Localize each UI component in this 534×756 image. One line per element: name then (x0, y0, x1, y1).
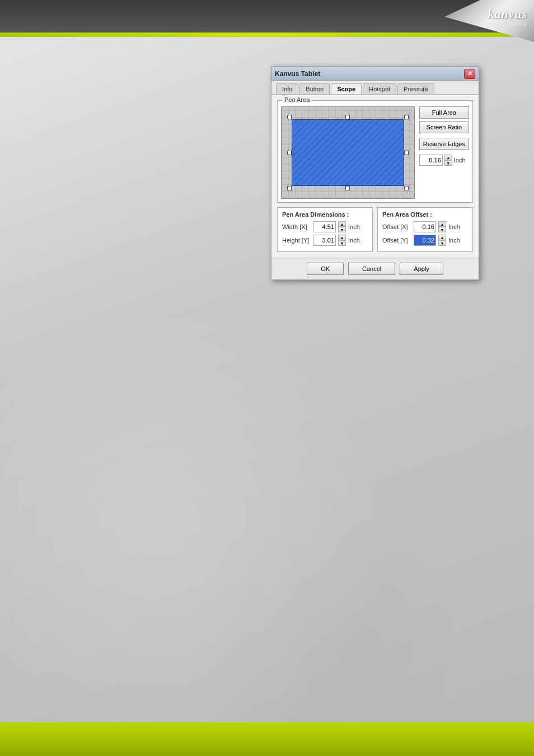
tablet-canvas (281, 106, 415, 199)
handle-bottom-left[interactable] (287, 186, 292, 190)
tab-hotspot[interactable]: Hotspot (363, 83, 396, 94)
offset-x-spinner-down[interactable]: ▼ (438, 227, 446, 232)
reserve-spinner-down[interactable]: ▼ (444, 160, 452, 166)
tablet-active-area[interactable] (292, 119, 404, 186)
offset-x-spinner-up[interactable]: ▲ (438, 221, 446, 227)
tabs-row: Info Button Scope Hotspot Pressure (271, 81, 479, 95)
tab-info[interactable]: Info (276, 83, 298, 94)
offset-y-spinner-up[interactable]: ▲ (438, 235, 446, 240)
pen-area-dimensions-group: Pen Area Dimensions : Width [X] ▲ ▼ Inch… (277, 207, 373, 252)
full-area-button[interactable]: Full Area (419, 106, 469, 119)
offset-y-spinner-down[interactable]: ▼ (438, 240, 446, 246)
ok-button[interactable]: OK (307, 263, 344, 275)
handle-bottom-right[interactable] (404, 186, 409, 190)
handle-top-center[interactable] (345, 115, 350, 119)
width-row: Width [X] ▲ ▼ Inch (282, 221, 368, 232)
dimensions-title: Pen Area Dimensions : (282, 211, 368, 218)
bottom-bar (0, 722, 534, 756)
offset-x-unit: Inch (448, 223, 460, 230)
pen-area-label: Pen Area (282, 96, 312, 103)
tab-scope[interactable]: Scope (331, 83, 362, 94)
offset-title: Pen Area Offset : (382, 211, 468, 218)
side-buttons: Full Area Screen Ratio Reserve Edges ▲ ▼… (419, 106, 469, 199)
screen-ratio-button[interactable]: Screen Ratio (419, 121, 469, 133)
height-input[interactable] (313, 235, 336, 246)
reserve-value-input[interactable] (419, 155, 443, 166)
offset-y-unit: Inch (448, 237, 460, 244)
handle-middle-right[interactable] (404, 151, 409, 155)
width-spinner-up[interactable]: ▲ (338, 221, 346, 227)
offset-x-input[interactable] (414, 221, 436, 232)
logo-text: kanvus (488, 7, 527, 21)
dialog-title: Kanvus Tablet (275, 70, 320, 78)
pen-area-group: Pen Area Full A (277, 100, 473, 203)
offset-x-label: Offset [X] (382, 223, 411, 230)
height-spinner: ▲ ▼ (338, 235, 346, 246)
cancel-button[interactable]: Cancel (348, 263, 395, 275)
width-label: Width [X] (282, 223, 311, 230)
kanvus-tablet-dialog: Kanvus Tablet ✕ Info Button Scope Hotspo… (271, 66, 479, 280)
width-unit: Inch (348, 223, 360, 230)
logo-subtitle: ambient life (488, 21, 527, 27)
height-unit: Inch (348, 237, 360, 244)
close-button[interactable]: ✕ (464, 69, 475, 79)
pen-area-offset-group: Pen Area Offset : Offset [X] ▲ ▼ Inch Of… (377, 207, 473, 252)
width-spinner: ▲ ▼ (338, 221, 346, 232)
apply-button[interactable]: Apply (400, 263, 443, 275)
offset-y-label: Offset [Y] (382, 237, 411, 244)
handle-bottom-center[interactable] (345, 186, 350, 190)
reserve-spinner-up[interactable]: ▲ (444, 155, 452, 160)
dialog-footer: OK Cancel Apply (271, 258, 479, 279)
offset-y-spinner: ▲ ▼ (438, 235, 446, 246)
logo-area: kanvus ambient life (444, 0, 534, 42)
width-input[interactable] (313, 221, 336, 232)
handle-top-right[interactable] (404, 115, 409, 119)
reserve-spinner-row: ▲ ▼ Inch (419, 155, 469, 166)
dialog-titlebar: Kanvus Tablet ✕ (271, 67, 479, 81)
offset-x-row: Offset [X] ▲ ▼ Inch (382, 221, 468, 232)
height-spinner-down[interactable]: ▼ (338, 240, 346, 246)
height-row: Height [Y] ▲ ▼ Inch (282, 235, 368, 246)
dimensions-row: Pen Area Dimensions : Width [X] ▲ ▼ Inch… (277, 207, 473, 252)
reserve-edges-button[interactable]: Reserve Edges (419, 138, 469, 150)
handle-top-left[interactable] (287, 115, 292, 119)
height-label: Height [Y] (282, 237, 311, 244)
offset-y-row: Offset [Y] ▲ ▼ Inch (382, 235, 468, 246)
handle-middle-left[interactable] (287, 151, 292, 155)
reserve-unit-label: Inch (454, 157, 466, 164)
tab-pressure[interactable]: Pressure (397, 83, 434, 94)
tab-button[interactable]: Button (299, 83, 330, 94)
width-spinner-down[interactable]: ▼ (338, 227, 346, 232)
height-spinner-up[interactable]: ▲ (338, 235, 346, 240)
offset-y-input[interactable] (414, 235, 436, 246)
reserve-spinner-arrows: ▲ ▼ (444, 155, 452, 166)
pen-area-content: Full Area Screen Ratio Reserve Edges ▲ ▼… (278, 101, 472, 202)
offset-x-spinner: ▲ ▼ (438, 221, 446, 232)
dialog-body: Pen Area Full A (271, 95, 479, 258)
